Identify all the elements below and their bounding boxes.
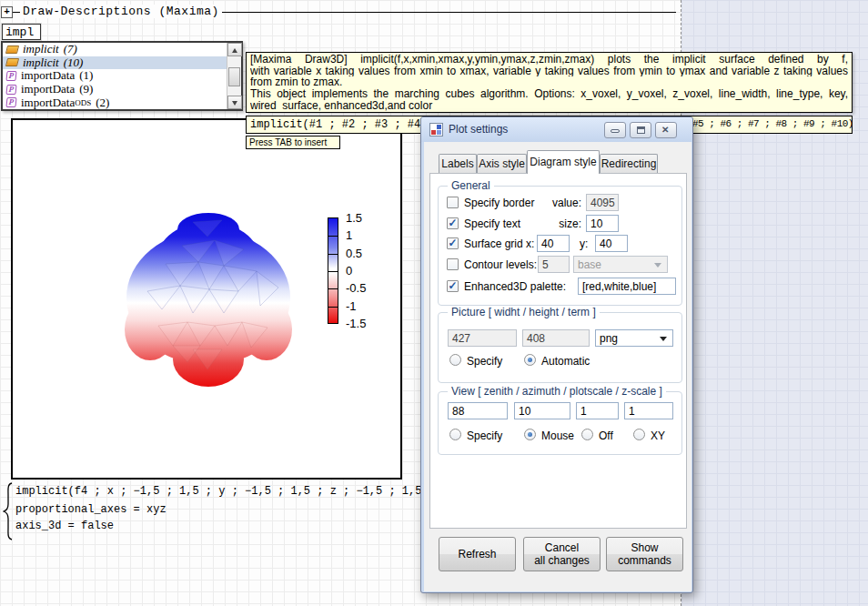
group-legend: Picture [ widht / height / term ] (448, 306, 600, 318)
radio-label: Automatic (541, 355, 590, 368)
scrollbar-up-button[interactable] (227, 43, 242, 56)
view-plotscale-field[interactable]: 1 (576, 402, 619, 419)
view-zscale-field[interactable]: 1 (624, 402, 673, 419)
list-item-count: (9) (79, 82, 93, 96)
dialog-client-area: Labels Axis style Diagram style Redirect… (424, 142, 691, 591)
scrollbar-thumb[interactable] (228, 67, 240, 86)
button-label: commands (607, 554, 682, 567)
function-icon (5, 45, 19, 54)
checkbox-label: Specify text (464, 217, 520, 230)
checkbox-enhanced3d-palette[interactable] (447, 280, 459, 292)
list-item-label: implicit (23, 42, 59, 56)
arrow-up-icon (232, 48, 237, 53)
picture-term-dropdown[interactable]: png (595, 329, 673, 347)
colorbar-divider (328, 271, 338, 272)
colorbar-tick: 0 (346, 264, 382, 277)
scrollbar[interactable] (227, 43, 241, 109)
picture-width-field[interactable]: 427 (448, 329, 517, 347)
group-view: View [ zenith / azimuth / plotscale / z-… (438, 391, 682, 455)
tab-axis-style[interactable]: Axis style (477, 154, 527, 173)
close-button[interactable] (655, 122, 677, 138)
list-item-count: (1) (79, 68, 93, 83)
radio-view-mouse[interactable] (524, 429, 536, 440)
autocomplete-list[interactable]: implicit (7) implicit (10) importData (1… (1, 41, 243, 111)
radio-view-xy[interactable] (633, 429, 645, 440)
list-item[interactable]: importData ODS (2) (3, 96, 227, 109)
list-item-count: (10) (64, 56, 84, 70)
list-item[interactable]: importData (9) (3, 83, 227, 96)
border-value-field[interactable]: 4095 (586, 194, 619, 211)
tab-page-diagram-style: General Specify border value: 4095 Speci… (429, 173, 687, 529)
collapse-expander-icon[interactable]: + (1, 6, 13, 18)
checkbox-surface-grid[interactable] (447, 237, 459, 249)
scrollbar-down-button[interactable] (227, 96, 242, 109)
checkbox-label: Specify border (464, 197, 534, 209)
grid-x-field[interactable]: 40 (537, 235, 570, 252)
checkbox-label: Surface grid x: (464, 237, 534, 250)
doc-tooltip: [Maxima Draw3D] implicit(f,x,xmin,xmax,y… (246, 52, 853, 113)
code-line: axis_3d = false (15, 520, 114, 532)
maximize-button[interactable] (630, 122, 651, 138)
field-label: size: (540, 217, 581, 230)
list-item[interactable]: importData (1) (3, 69, 227, 83)
list-item-count: (7) (64, 42, 77, 56)
tab-labels[interactable]: Labels (439, 154, 477, 173)
grid-y-field[interactable]: 40 (595, 235, 628, 252)
tooltip-line: with variable x taking values from xmin … (250, 66, 848, 77)
checkbox-specify-text[interactable] (447, 217, 459, 229)
show-commands-button[interactable]: Show commands (606, 537, 683, 571)
code-line: implicit(f4 ; x ; −1,5 ; 1,5 ; y ; −1,5 … (15, 485, 429, 498)
tab-diagram-style[interactable]: Diagram style (527, 150, 600, 174)
list-item-label: importData (21, 68, 75, 83)
contour-base-dropdown[interactable]: base (573, 256, 668, 273)
button-label: Cancel (524, 541, 600, 554)
radio-picture-automatic[interactable] (524, 354, 536, 366)
radio-view-off[interactable] (581, 429, 593, 440)
refresh-button[interactable]: Refresh (439, 537, 516, 571)
list-item-label: importData (21, 82, 75, 96)
tab-redirecting[interactable]: Redirecting (600, 154, 658, 173)
dropdown-value: base (578, 258, 601, 271)
cancel-all-changes-button[interactable]: Cancel all changes (523, 537, 601, 571)
function-icon (5, 58, 19, 66)
checkbox-contour-levels[interactable] (447, 258, 459, 270)
checkbox-specify-border[interactable] (447, 197, 459, 208)
text-size-field[interactable]: 10 (586, 215, 619, 232)
list-item-label: implicit (23, 56, 59, 70)
snippet-right-text: #5 ; #6 ; #7 ; #8 ; #9 ; #10) (692, 118, 853, 129)
field-label: value: (540, 197, 581, 209)
plot-settings-dialog[interactable]: Plot settings Labels Axis style Diagram … (420, 116, 693, 593)
colorbar-tick: -0.5 (346, 281, 382, 294)
radio-label: XY (651, 429, 665, 442)
implicit-surface-plot (13, 120, 400, 478)
colorbar-divider (328, 288, 338, 289)
list-item-selected[interactable]: implicit (10) (3, 56, 227, 70)
tooltip-line: [Maxima Draw3D] implicit(f,x,xmin,xmax,y… (250, 54, 848, 66)
colorbar-divider (328, 254, 338, 255)
view-zenith-field[interactable]: 88 (448, 402, 508, 419)
colorbar-divider (328, 236, 338, 237)
chevron-down-icon (654, 263, 661, 268)
view-azimuth-field[interactable]: 10 (514, 402, 570, 419)
group-picture: Picture [ widht / height / term ] (438, 312, 682, 383)
dialog-titlebar[interactable]: Plot settings (421, 117, 692, 142)
form-icon (429, 123, 443, 136)
autocomplete-input[interactable]: impl (2, 24, 41, 40)
minimize-button[interactable] (604, 122, 626, 138)
plot-canvas[interactable]: 1.5 1 0.5 0 -0.5 -1 -1.5 (11, 118, 402, 480)
colorbar-divider (328, 307, 338, 308)
list-item[interactable]: implicit (7) (3, 43, 227, 56)
list-item-count: (2) (96, 96, 109, 110)
radio-view-specify[interactable] (449, 429, 461, 440)
button-label: Refresh (439, 548, 515, 561)
button-label: Show (607, 541, 682, 554)
plugin-icon (5, 97, 16, 107)
picture-height-field[interactable]: 408 (522, 329, 590, 347)
contour-levels-field[interactable]: 5 (538, 256, 570, 273)
radio-label: Specify (467, 429, 502, 442)
tooltip-line: from zmin to zmax. (250, 76, 848, 88)
palette-field[interactable]: [red,white,blue] (578, 278, 676, 295)
system-brace-icon (3, 482, 14, 540)
radio-picture-specify[interactable] (449, 354, 461, 366)
field-label: y: (580, 237, 588, 250)
